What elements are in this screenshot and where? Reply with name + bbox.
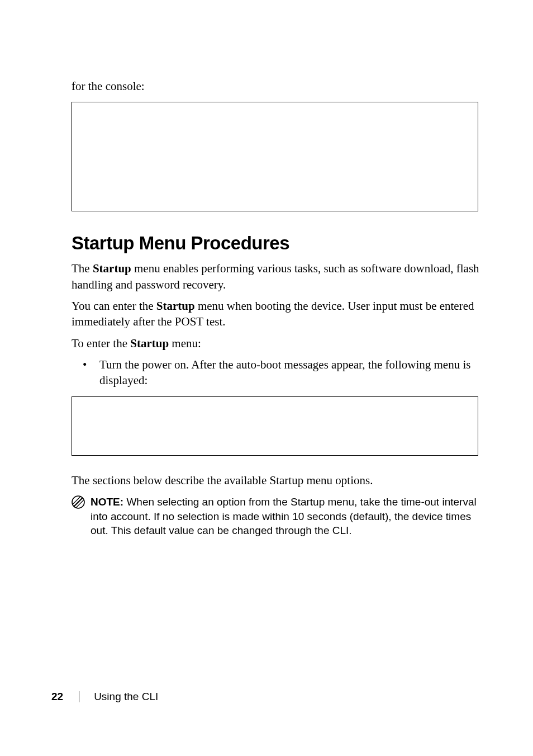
page-footer: 22 Using the CLI — [51, 691, 158, 703]
para1-part-c: menu enables performing various tasks, s… — [72, 262, 479, 291]
paragraph-3: To enter the Startup menu: — [72, 336, 482, 351]
para2-part-a: You can enter the — [72, 299, 156, 313]
para3-part-c: menu: — [169, 337, 201, 350]
para2-bold: Startup — [156, 299, 195, 313]
para3-bold: Startup — [130, 337, 169, 350]
note-block: NOTE: When selecting an option from the … — [72, 495, 482, 538]
footer-separator — [79, 691, 79, 702]
section-heading: Startup Menu Procedures — [72, 233, 482, 254]
note-body: When selecting an option from the Startu… — [91, 496, 477, 536]
bullet-text: Turn the power on. After the auto-boot m… — [99, 357, 482, 389]
note-icon — [72, 495, 85, 509]
console-output-box — [72, 102, 478, 211]
para3-part-a: To enter the — [72, 337, 130, 350]
page-number: 22 — [51, 691, 63, 703]
startup-menu-box — [72, 396, 478, 456]
note-label: NOTE: — [91, 496, 123, 508]
paragraph-2: You can enter the Startup menu when boot… — [72, 298, 482, 330]
paragraph-1: The Startup menu enables performing vari… — [72, 261, 482, 292]
intro-text: for the console: — [72, 78, 482, 94]
footer-section: Using the CLI — [94, 691, 158, 703]
para1-bold: Startup — [93, 262, 131, 275]
bullet-marker: • — [83, 357, 99, 372]
bullet-item: • Turn the power on. After the auto-boot… — [72, 357, 482, 389]
note-text: NOTE: When selecting an option from the … — [91, 495, 482, 538]
paragraph-4: The sections below describe the availabl… — [72, 472, 482, 488]
para1-part-a: The — [72, 262, 93, 275]
